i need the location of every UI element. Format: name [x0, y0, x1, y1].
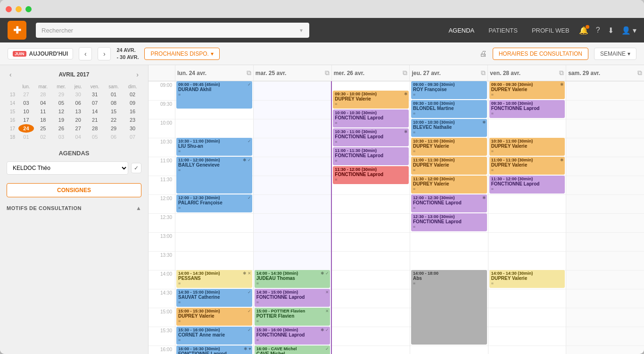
calendar-slot[interactable]: [488, 232, 566, 251]
calendar-slot[interactable]: [410, 251, 488, 270]
calendar-slot[interactable]: [566, 176, 644, 194]
appointment[interactable]: 09:00 - 09:30 (30min)ROY Françoise=: [411, 81, 487, 99]
calendar-slot[interactable]: [254, 138, 331, 157]
calendar-slot[interactable]: [254, 251, 331, 270]
calendar-day[interactable]: 12: [52, 107, 71, 116]
agenda-check-button[interactable]: ✓: [131, 163, 141, 173]
calendar-slot[interactable]: [332, 289, 410, 308]
calendar-slot[interactable]: [488, 251, 566, 270]
calendar-day[interactable]: 25: [34, 124, 52, 133]
calendar-day[interactable]: 17: [18, 116, 34, 124]
calendar-slot[interactable]: [488, 213, 566, 232]
appointment[interactable]: 14:00 - 14:30 (30min)DUPREY Valerie=: [489, 270, 565, 288]
calendar-day[interactable]: 26: [52, 124, 71, 133]
calendar-day[interactable]: 04: [70, 133, 86, 141]
calendar-day[interactable]: 07: [124, 133, 141, 141]
copy-wed-icon[interactable]: ⧉: [403, 69, 407, 77]
horaires-button[interactable]: HORAIRES DE CONSULTATION: [493, 48, 588, 60]
calendar-slot[interactable]: [566, 308, 644, 327]
calendar-day[interactable]: 06: [104, 133, 124, 141]
calendar-day[interactable]: 29: [104, 124, 124, 133]
calendar-day[interactable]: 19: [52, 116, 71, 124]
appointment[interactable]: 12:00 - 12:30 (30min)PALARIC Françoise=✓: [176, 194, 252, 212]
calendar-slot[interactable]: [488, 194, 566, 213]
calendar-slot[interactable]: [254, 213, 331, 232]
prochaines-dispo-button[interactable]: PROCHAINES DISPO. ▾: [144, 48, 219, 60]
calendar-slot[interactable]: [254, 100, 331, 119]
calendar-day[interactable]: 31: [86, 90, 104, 99]
appointment[interactable]: 11:00 - 11:30 (30min)FONCTIONNE Laprod=: [333, 147, 409, 165]
calendar-slot[interactable]: [332, 251, 410, 270]
calendar-slot[interactable]: [566, 346, 644, 354]
calendar-slot[interactable]: [566, 81, 644, 100]
calendar-slot[interactable]: [566, 289, 644, 308]
appointment[interactable]: 11:00 - 12:00 (60min)BAILLY Genevieve=✱✓: [176, 157, 252, 194]
calendar-day[interactable]: 21: [86, 116, 104, 124]
motifs-toggle-icon[interactable]: ▲: [136, 205, 141, 211]
appointment[interactable]: 14:30 - 15:00 (30min)FONCTIONNE Laprod=✕: [255, 289, 330, 307]
appointment[interactable]: 09:30 - 10:00 (30min)FONCTIONNE Laprod=: [489, 100, 565, 118]
appointment[interactable]: 11:00 - 11:30 (30min)DUPREY Valerie=: [411, 157, 487, 175]
copy-fri-icon[interactable]: ⧉: [559, 69, 564, 77]
calendar-day[interactable]: 03: [18, 99, 34, 107]
calendar-day[interactable]: 18: [34, 116, 52, 124]
prev-month-button[interactable]: ‹: [7, 70, 15, 79]
appointment[interactable]: 16:00 - CAVE MichelCAVE Michel=✓: [255, 346, 330, 354]
calendar-slot[interactable]: [566, 138, 644, 157]
calendar-slot[interactable]: [488, 327, 566, 346]
appointment[interactable]: 11:30 - 12:00 (30min)FONCTIONNE Laprod=: [333, 166, 409, 184]
calendar-slot[interactable]: [254, 157, 331, 176]
appointment[interactable]: 16:00 - 16:30 (30min)FONCTIONNE Laprod=✱…: [176, 346, 252, 354]
appointment[interactable]: 11:30 - 12:00 (30min)DUPREY Valerie=: [411, 176, 487, 194]
calendar-day[interactable]: 28: [34, 90, 52, 99]
calendar-slot[interactable]: [332, 232, 410, 251]
appointment[interactable]: 10:30 - 11:00 (30min)DUPREY Valerie=: [411, 138, 487, 156]
calendar-day[interactable]: 30: [70, 90, 86, 99]
calendar-slot[interactable]: [332, 194, 410, 213]
calendar-day[interactable]: 14: [86, 107, 104, 116]
calendar-day[interactable]: 22: [104, 116, 124, 124]
calendar-slot[interactable]: [175, 213, 253, 232]
calendar-slot[interactable]: [254, 176, 331, 194]
search-bar[interactable]: Rechercher ▼: [36, 23, 309, 38]
calendar-day[interactable]: 05: [52, 99, 71, 107]
calendar-day[interactable]: 08: [104, 99, 124, 107]
help-icon[interactable]: ?: [596, 26, 600, 34]
calendar-slot[interactable]: [410, 232, 488, 251]
calendar-slot[interactable]: [488, 346, 566, 354]
calendar-slot[interactable]: [566, 213, 644, 232]
close-button[interactable]: [6, 6, 12, 12]
appointment[interactable]: 15:30 - 16:00 (30min)FONCTIONNE Laprod=✱…: [255, 327, 330, 345]
calendar-day[interactable]: 05: [86, 133, 104, 141]
calendar-slot[interactable]: [332, 346, 410, 354]
calendar-slot[interactable]: [566, 100, 644, 119]
appointment[interactable]: 12:30 - 13:00 (30min)FONCTIONNE Laprod=: [411, 213, 487, 231]
semaine-button[interactable]: SEMAINE ▾: [594, 48, 636, 60]
calendar-day[interactable]: 11: [34, 107, 52, 116]
calendar-slot[interactable]: [332, 213, 410, 232]
copy-mon-icon[interactable]: ⧉: [247, 69, 251, 77]
download-icon[interactable]: ⬇: [608, 26, 614, 35]
calendar-slot[interactable]: [254, 232, 331, 251]
calendar-slot[interactable]: [175, 232, 253, 251]
calendar-slot[interactable]: [488, 119, 566, 138]
calendar-slot[interactable]: [566, 119, 644, 138]
appointment[interactable]: 10:30 - 11:00 (30min)FONCTIONNE Laprod=✱: [333, 128, 409, 146]
calendar-day[interactable]: 27: [70, 124, 86, 133]
calendar-slot[interactable]: [254, 119, 331, 138]
prev-week-button[interactable]: ‹: [79, 47, 92, 60]
appointment[interactable]: 15:00 - POTTIER FlavienPOTTIER Flavien=✕: [255, 308, 330, 326]
calendar-day[interactable]: 01: [104, 90, 124, 99]
notification-icon[interactable]: 🔔: [579, 26, 588, 35]
calendar-slot[interactable]: [566, 194, 644, 213]
appointment[interactable]: 10:30 - 11:00 (30min)LIU Shu-an=✓: [176, 138, 252, 156]
appointment[interactable]: 11:30 - 12:00 (30min)FONCTIONNE Laprod=: [489, 176, 565, 194]
calendar-slot[interactable]: [566, 251, 644, 270]
calendar-day[interactable]: 03: [52, 133, 71, 141]
calendar-day[interactable]: 23: [124, 116, 141, 124]
appointment[interactable]: 12:00 - 12:30 (30min)FONCTIONNE Laprod=✱: [411, 194, 487, 212]
nav-profil[interactable]: PROFIL WEB: [532, 27, 570, 34]
calendar-slot[interactable]: [410, 346, 488, 354]
appointment[interactable]: 10:00 - 10:30 (30min)BLEVEC Nathalie=✱: [411, 119, 487, 137]
calendar-day[interactable]: 15: [104, 107, 124, 116]
